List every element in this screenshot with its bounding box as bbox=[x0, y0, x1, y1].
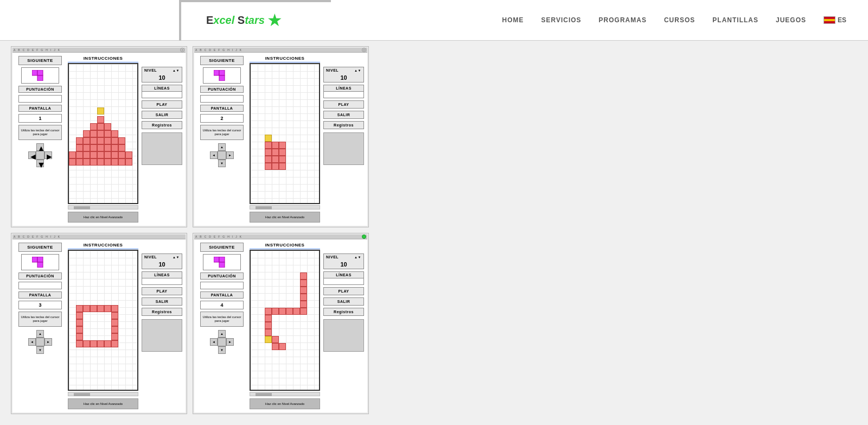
pt4 bbox=[300, 294, 307, 301]
pt4 bbox=[279, 343, 286, 350]
preview-box-1 bbox=[21, 67, 59, 84]
salir-btn-1[interactable]: SALIR bbox=[142, 111, 182, 119]
nivel-label-4: NIVEL ▲▼ bbox=[324, 254, 363, 260]
registros-btn-4[interactable]: Registros bbox=[323, 308, 364, 316]
game-content-4: SIGUIENTE PUNTUACIÓN PANTALLA 4 bbox=[194, 239, 367, 413]
preview-piece-4 bbox=[214, 257, 230, 268]
game-inner-2: SIGUIENTE PUNTUACIÓN PANTALLA 2 bbox=[197, 56, 364, 223]
play-btn-3[interactable]: PLAY bbox=[142, 287, 182, 295]
dpad-down-1[interactable]: ▼ bbox=[36, 160, 44, 167]
siguiente-btn-4[interactable]: SIGUIENTE bbox=[200, 243, 244, 252]
pf bbox=[111, 319, 118, 326]
scroll-thumb-2 bbox=[256, 206, 272, 210]
puntuacion-label-4: PUNTUACIÓN bbox=[200, 272, 244, 280]
scroll-h-4[interactable] bbox=[250, 392, 320, 396]
dpad-right-2[interactable]: ► bbox=[226, 151, 234, 159]
pb bbox=[104, 151, 111, 158]
play-btn-1[interactable]: PLAY bbox=[142, 100, 182, 109]
registros-btn-2[interactable]: Registros bbox=[323, 121, 364, 129]
dpad-left-2[interactable]: ◄ bbox=[210, 151, 218, 159]
game-area-3[interactable] bbox=[68, 250, 138, 391]
dpad-up-3[interactable]: ▲ bbox=[36, 330, 44, 338]
right-controls-2: NIVEL ▲▼ 10 LÍNEAS PLAY SALIR Registros bbox=[323, 56, 364, 223]
ref-line-1 bbox=[68, 62, 138, 62]
lineas-label-4: LÍNEAS bbox=[324, 272, 363, 278]
dpad-left-3[interactable]: ◄ bbox=[28, 338, 36, 346]
dpad-left-4[interactable]: ◄ bbox=[210, 338, 218, 346]
scroll-h-2[interactable] bbox=[250, 205, 320, 210]
nav-plantillas[interactable]: PLANTILLAS bbox=[712, 16, 758, 24]
score-value-4 bbox=[200, 282, 244, 289]
pb2 bbox=[279, 163, 286, 170]
pb bbox=[111, 158, 118, 166]
siguiente-btn-3[interactable]: SIGUIENTE bbox=[18, 243, 62, 252]
game-area-2[interactable] bbox=[250, 63, 320, 204]
main-content: ABCDEFGHIJK × SIGUIENTE bbox=[0, 41, 868, 420]
nav-programas[interactable]: PROGRAMAS bbox=[599, 16, 647, 24]
lineas-box-4: LÍNEAS bbox=[323, 271, 364, 285]
left-controls-3: SIGUIENTE PUNTUACIÓN PANTALLA 3 bbox=[16, 243, 65, 409]
siguiente-btn-1[interactable]: SIGUIENTE bbox=[18, 56, 62, 65]
game-area-4[interactable] bbox=[250, 250, 320, 391]
scroll-h-1[interactable] bbox=[68, 205, 138, 210]
registros-box-3 bbox=[142, 319, 182, 352]
registros-btn-1[interactable]: Registros bbox=[142, 121, 182, 129]
puntuacion-label-1: PUNTUACIÓN bbox=[18, 86, 62, 93]
nivel-label-3: NIVEL ▲▼ bbox=[142, 254, 182, 260]
pb bbox=[83, 137, 90, 144]
nav-cursos[interactable]: CURSOS bbox=[664, 16, 695, 24]
right-controls-3: NIVEL ▲▼ 10 LÍNEAS PLAY SALIR Registros bbox=[142, 243, 182, 409]
lineas-box-3: LÍNEAS bbox=[142, 271, 182, 285]
pt4 bbox=[272, 308, 279, 315]
dpad-center-4 bbox=[218, 338, 226, 346]
scroll-h-3[interactable] bbox=[68, 392, 138, 396]
nav-home[interactable]: HOME bbox=[502, 16, 524, 24]
siguiente-btn-2[interactable]: SIGUIENTE bbox=[200, 56, 244, 65]
keys-info-2: Utiliza las teclas del cursor para jugar bbox=[200, 125, 244, 140]
preview-piece-2 bbox=[214, 70, 230, 81]
spain-flag-icon bbox=[824, 16, 835, 24]
dpad-down-4[interactable]: ▼ bbox=[218, 346, 226, 354]
language-selector[interactable]: ES bbox=[824, 16, 846, 24]
dpad-center-1 bbox=[36, 151, 44, 160]
dpad-right-4[interactable]: ► bbox=[226, 338, 234, 346]
pyramid-block bbox=[97, 116, 104, 123]
nivel-arrows-1[interactable]: ▲▼ bbox=[173, 69, 180, 72]
pt4 bbox=[272, 343, 279, 350]
dpad-down-3[interactable]: ▼ bbox=[36, 346, 44, 354]
play-btn-2[interactable]: PLAY bbox=[323, 100, 364, 109]
game-panel-2: ABCDEFGHIJK × SIGUIENTE PUN bbox=[193, 46, 369, 227]
registros-btn-3[interactable]: Registros bbox=[142, 308, 182, 316]
lineas-label-2: LÍNEAS bbox=[324, 85, 363, 91]
close-icon-2[interactable]: × bbox=[362, 48, 366, 52]
game-area-container-3: INSTRUCCIONES bbox=[68, 243, 138, 409]
play-btn-4[interactable]: PLAY bbox=[323, 287, 364, 295]
dpad-up-2[interactable]: ▲ bbox=[218, 143, 226, 151]
pb bbox=[69, 158, 76, 166]
dpad-left-1[interactable]: ◄ bbox=[28, 151, 36, 159]
left-controls-1: SIGUIENTE PUNTUACIÓN PANTALLA bbox=[16, 56, 65, 223]
indicator-4 bbox=[362, 234, 366, 239]
pb2 bbox=[279, 142, 286, 149]
dpad-up-1[interactable]: ▲ bbox=[36, 143, 44, 151]
nav-servicios[interactable]: SERVICIOS bbox=[541, 16, 581, 24]
dpad-down-2[interactable]: ▼ bbox=[218, 160, 226, 167]
nivel-arrows-4[interactable]: ▲▼ bbox=[354, 256, 361, 259]
pb bbox=[118, 151, 125, 158]
nivel-arrows-3[interactable]: ▲▼ bbox=[173, 256, 180, 259]
nivel-label-1: NIVEL ▲▼ bbox=[142, 67, 182, 73]
nav-juegos[interactable]: JUEGOS bbox=[776, 16, 806, 24]
salir-btn-4[interactable]: SALIR bbox=[323, 297, 364, 306]
bottom-hint-4: Haz clic en Nivel Avanzado bbox=[250, 398, 320, 409]
salir-btn-3[interactable]: SALIR bbox=[142, 297, 182, 306]
pf bbox=[90, 305, 97, 312]
dpad-right-3[interactable]: ► bbox=[44, 338, 52, 346]
dpad-right-1[interactable]: ► bbox=[44, 151, 52, 159]
pb bbox=[104, 144, 111, 151]
close-icon[interactable]: × bbox=[180, 48, 184, 52]
dpad-up-4[interactable]: ▲ bbox=[218, 330, 226, 338]
nivel-arrows-2[interactable]: ▲▼ bbox=[354, 69, 361, 72]
pt4 bbox=[300, 287, 307, 294]
salir-btn-2[interactable]: SALIR bbox=[323, 111, 364, 119]
game-area-1[interactable] bbox=[68, 63, 138, 204]
